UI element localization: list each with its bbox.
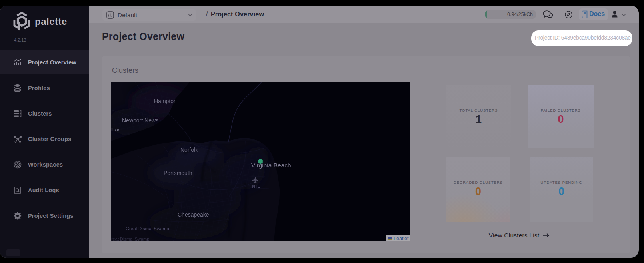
svg-text:Norfolk: Norfolk <box>180 147 198 153</box>
svg-text:Portsmouth: Portsmouth <box>164 170 192 176</box>
svg-text:Great Dismal Swamp: Great Dismal Swamp <box>126 226 169 231</box>
svg-text:Virginia Beach: Virginia Beach <box>251 162 291 169</box>
svg-text:reat Dismal Swamp: reat Dismal Swamp <box>111 237 149 241</box>
svg-text:llton: llton <box>111 127 121 133</box>
svg-text:Newport News: Newport News <box>122 117 158 124</box>
svg-text:Chesapeake: Chesapeake <box>178 211 209 218</box>
svg-text:Leaflet: Leaflet <box>394 236 409 241</box>
svg-text:NTU: NTU <box>252 184 261 189</box>
svg-text:Hampton: Hampton <box>154 98 177 104</box>
